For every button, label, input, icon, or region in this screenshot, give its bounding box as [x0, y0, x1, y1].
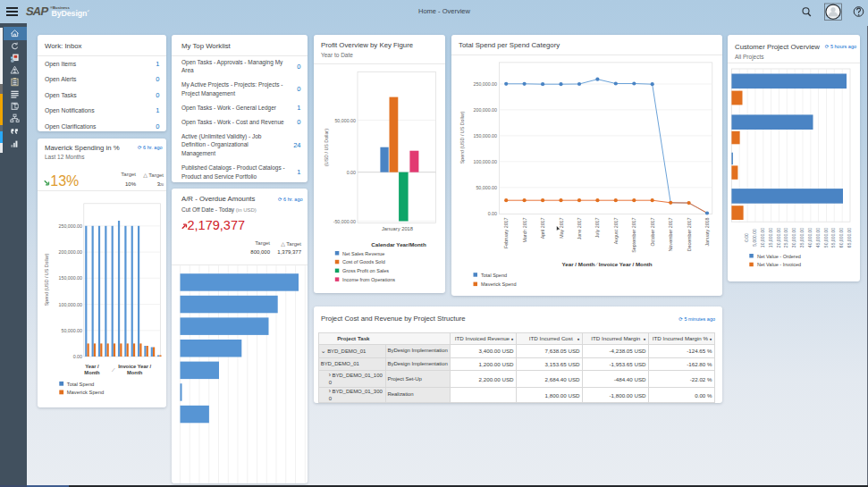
svg-text:50,000.00: 50,000.00 [476, 184, 497, 189]
svg-text:Net Sales Revenue: Net Sales Revenue [342, 250, 384, 256]
svg-text:45,000.00: 45,000.00 [815, 227, 821, 247]
svg-text:Invoice Year /: Invoice Year / [118, 364, 151, 369]
svg-text:10,000.00: 10,000.00 [760, 227, 765, 247]
svg-text:Spend (USD / US Dollar): Spend (USD / US Dollar) [459, 111, 465, 164]
svg-text:50,000.00: 50,000.00 [823, 227, 829, 247]
svg-text:250,000.00: 250,000.00 [473, 81, 497, 87]
svg-text:150,000.00: 150,000.00 [59, 275, 82, 281]
svg-text:∕: ∕ [112, 366, 116, 372]
svg-text:50,000.00: 50,000.00 [62, 327, 83, 332]
svg-text:Spend (USD / US Dollar): Spend (USD / US Dollar) [44, 253, 49, 306]
svg-text:April 2017: April 2017 [540, 217, 545, 239]
svg-text:February 2017: February 2017 [503, 217, 509, 248]
svg-text:35,000.00: 35,000.00 [799, 227, 805, 247]
svg-text:August 2017: August 2017 [613, 217, 619, 244]
svg-text:Gross Profit on Sales: Gross Profit on Sales [342, 268, 389, 273]
svg-text:Calendar Year/Month: Calendar Year/Month [371, 240, 426, 247]
svg-text:Income from Operations: Income from Operations [342, 276, 395, 281]
svg-text:0.00: 0.00 [488, 210, 497, 215]
svg-text:(USD / US Dollar): (USD / US Dollar) [324, 128, 329, 165]
svg-text:June 2017: June 2017 [577, 217, 582, 239]
svg-text:20,000.00: 20,000.00 [776, 227, 781, 247]
svg-text:100,000.00: 100,000.00 [59, 301, 82, 306]
svg-text:Net Value - Ordered: Net Value - Ordered [757, 253, 801, 258]
svg-text:0.00: 0.00 [744, 232, 749, 241]
svg-text:Maverick Spend: Maverick Spend [481, 281, 516, 287]
svg-text:100,000.00: 100,000.00 [473, 158, 497, 164]
svg-text:Total Spend: Total Spend [481, 272, 507, 277]
svg-text:May 2017: May 2017 [559, 217, 564, 238]
svg-text:Cost of Goods Sold: Cost of Goods Sold [342, 259, 385, 264]
svg-text:January 2018: January 2018 [704, 217, 710, 246]
svg-text:55,000.00: 55,000.00 [830, 227, 836, 247]
svg-text:250,000.00: 250,000.00 [59, 223, 82, 228]
svg-text:65,000.00: 65,000.00 [847, 227, 852, 247]
svg-text:150,000.00: 150,000.00 [473, 133, 497, 139]
svg-text:60,000.00: 60,000.00 [839, 227, 844, 247]
svg-text:40,000.00: 40,000.00 [807, 227, 813, 247]
svg-text:50,000.00: 50,000.00 [334, 117, 356, 122]
svg-text:Month: Month [127, 370, 143, 375]
svg-text:July 2017: July 2017 [594, 217, 600, 238]
svg-text:Maverick Spend: Maverick Spend [67, 390, 104, 395]
svg-text:15,000.00: 15,000.00 [768, 227, 773, 247]
svg-text:0.00: 0.00 [347, 169, 356, 174]
svg-text:November 2017: November 2017 [668, 217, 673, 251]
svg-text:March 2017: March 2017 [522, 217, 527, 242]
svg-text:Total Spend: Total Spend [67, 381, 95, 386]
svg-text:October 2017: October 2017 [650, 217, 655, 246]
svg-text:Year / Month ∕ Invoice Year /: Year / Month ∕ Invoice Year / Month [562, 260, 653, 266]
svg-text:0.00: 0.00 [73, 353, 82, 358]
svg-text:Year /: Year / [85, 364, 99, 369]
svg-text:200,000.00: 200,000.00 [473, 107, 497, 113]
svg-text:September 2017: September 2017 [631, 217, 636, 252]
svg-text:December 2017: December 2017 [687, 217, 692, 251]
svg-text:-50,000.00: -50,000.00 [333, 218, 356, 223]
svg-text:Net Value - Invoiced: Net Value - Invoiced [757, 262, 801, 267]
svg-text:25,000.00: 25,000.00 [783, 227, 788, 247]
svg-text:5,000.00: 5,000.00 [752, 229, 757, 247]
svg-text:January 2018: January 2018 [382, 225, 413, 231]
svg-text:200,000.00: 200,000.00 [59, 249, 82, 255]
svg-text:Month: Month [84, 370, 100, 375]
svg-text:30,000.00: 30,000.00 [791, 227, 796, 247]
